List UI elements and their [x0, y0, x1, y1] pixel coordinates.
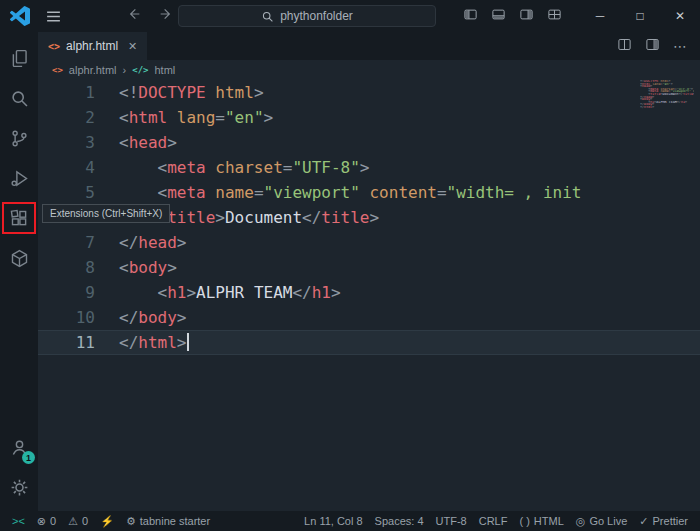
activity-bar-explorer[interactable] — [0, 38, 38, 78]
line-content: <html lang="en"> — [95, 105, 273, 130]
brackets-icon: ( ) — [519, 515, 529, 527]
status-label: CRLF — [479, 515, 508, 527]
status-label: Go Live — [589, 515, 627, 527]
activity-bar-run-debug[interactable] — [0, 158, 38, 198]
extensions-icon — [9, 208, 30, 229]
line-number[interactable]: 4 — [38, 155, 95, 180]
status-item-prettier[interactable]: ✓Prettier — [633, 511, 694, 531]
history-navigation — [126, 6, 174, 26]
line-number[interactable]: 11 — [38, 330, 95, 355]
activity-bar-extensions[interactable] — [0, 198, 38, 238]
split-editor-icon[interactable] — [617, 37, 632, 56]
code-line[interactable]: 1<!DOCTYPE html> — [38, 80, 700, 105]
code-line[interactable]: 3<head> — [38, 130, 700, 155]
title-bar: phythonfolder ─ □ ✕ — [0, 0, 700, 32]
code-line[interactable]: 4 <meta charset="UTF-8"> — [38, 155, 700, 180]
toggle-panel-button[interactable] — [491, 7, 506, 26]
broadcast-icon: ◎ — [576, 515, 586, 528]
line-number[interactable]: 5 — [38, 180, 95, 205]
check-icon: ✓ — [639, 515, 648, 528]
editor-layout-icon[interactable] — [645, 37, 660, 56]
activity-bar-accounts[interactable]: 1 — [0, 427, 38, 467]
warning-icon: ⚠ — [68, 515, 78, 528]
line-number[interactable]: 1 — [38, 80, 95, 105]
status-label: HTML — [534, 515, 564, 527]
code-line[interactable]: 2<html lang="en"> — [38, 105, 700, 130]
status-label: Prettier — [653, 515, 688, 527]
chevron-right-icon: › — [123, 64, 127, 76]
status-item-language-mode[interactable]: ( )HTML — [513, 511, 569, 531]
plug-icon: ⚡ — [100, 515, 114, 528]
status-item-errors[interactable]: ⊗0 — [31, 511, 62, 531]
vscode-logo-icon — [10, 6, 30, 26]
status-label: Spaces: 4 — [375, 515, 424, 527]
html-file-icon: <> — [48, 41, 60, 52]
files-icon — [9, 48, 30, 69]
remote-icon: >< — [12, 515, 25, 527]
code-line[interactable]: 7</head> — [38, 230, 700, 255]
status-item-warnings[interactable]: ⚠0 — [62, 511, 94, 531]
status-bar-left: ><⊗0⚠0⚡⚙tabnine starter — [6, 511, 216, 531]
status-item-cursor-position[interactable]: Ln 11, Col 8 — [298, 511, 369, 531]
gear-icon — [9, 477, 30, 498]
customize-layout-button[interactable] — [547, 7, 562, 26]
activity-bar-settings[interactable] — [0, 467, 38, 507]
line-content: </html> — [95, 330, 189, 355]
activity-bar-search[interactable] — [0, 78, 38, 118]
status-item-encoding[interactable]: UTF-8 — [430, 511, 473, 531]
breadcrumb-symbol[interactable]: html — [154, 64, 175, 76]
activity-bar-source-control[interactable] — [0, 118, 38, 158]
code-line[interactable]: 5 <meta name="viewport" content="width= … — [38, 180, 700, 205]
status-item-ports[interactable]: ⚡ — [94, 511, 120, 531]
status-label: 0 — [50, 515, 56, 527]
activity-bar: 1 — [0, 32, 38, 511]
line-content: <head> — [95, 130, 177, 155]
line-content: <body> — [95, 255, 177, 280]
minimap[interactable]: <!DOCTYPE html><html lang="en"><head> <m… — [640, 80, 694, 109]
line-number[interactable]: 3 — [38, 130, 95, 155]
close-button[interactable]: ✕ — [660, 0, 700, 32]
line-number[interactable]: 7 — [38, 230, 95, 255]
toggle-secondary-sidebar-button[interactable] — [519, 7, 534, 26]
maximize-button[interactable]: □ — [620, 0, 660, 32]
line-content: </head> — [95, 230, 186, 255]
code-line[interactable]: 10</body> — [38, 305, 700, 330]
run-debug-icon — [9, 168, 30, 189]
line-number[interactable]: 9 — [38, 280, 95, 305]
search-icon — [261, 10, 274, 23]
status-label: Ln 11, Col 8 — [304, 515, 363, 527]
back-button[interactable] — [126, 6, 142, 26]
code-line[interactable]: 8<body> — [38, 255, 700, 280]
code-line[interactable]: 9 <h1>ALPHR TEAM</h1> — [38, 280, 700, 305]
tab-bar: <> alphr.html ✕ ⋯ — [38, 32, 700, 60]
status-item-go-live[interactable]: ◎Go Live — [570, 511, 634, 531]
forward-button[interactable] — [158, 6, 174, 26]
line-number[interactable]: 8 — [38, 255, 95, 280]
tab-close-icon[interactable]: ✕ — [128, 40, 137, 53]
line-number[interactable]: 10 — [38, 305, 95, 330]
source-control-icon — [9, 128, 30, 149]
extensions-tooltip: Extensions (Ctrl+Shift+X) — [42, 204, 170, 223]
breadcrumb-file[interactable]: alphr.html — [69, 64, 117, 76]
toggle-sidebar-button[interactable] — [463, 7, 478, 26]
editor[interactable]: 1<!DOCTYPE html>2<html lang="en">3<head>… — [38, 80, 700, 511]
activity-bar-package[interactable] — [0, 238, 38, 278]
text-cursor — [187, 333, 189, 351]
status-bar-right: Ln 11, Col 8Spaces: 4UTF-8CRLF( )HTML◎Go… — [298, 511, 694, 531]
line-content: <!DOCTYPE html> — [95, 80, 264, 105]
status-item-eol[interactable]: CRLF — [473, 511, 514, 531]
status-item-tabnine[interactable]: ⚙tabnine starter — [120, 511, 216, 531]
status-item-indentation[interactable]: Spaces: 4 — [369, 511, 430, 531]
status-item-remote[interactable]: >< — [6, 511, 31, 531]
line-content: <meta charset="UTF-8"> — [95, 155, 369, 180]
code-line[interactable]: 11</html> — [38, 330, 700, 355]
status-label: UTF-8 — [436, 515, 467, 527]
menu-button[interactable] — [42, 8, 64, 25]
status-bar: ><⊗0⚠0⚡⚙tabnine starter Ln 11, Col 8Spac… — [0, 511, 700, 531]
search-input[interactable]: phythonfolder — [178, 5, 436, 27]
minimize-button[interactable]: ─ — [580, 0, 620, 32]
search-value: phythonfolder — [280, 9, 353, 23]
tab-alphr-html[interactable]: <> alphr.html ✕ — [38, 32, 147, 60]
line-number[interactable]: 2 — [38, 105, 95, 130]
more-actions-icon[interactable]: ⋯ — [673, 38, 688, 54]
